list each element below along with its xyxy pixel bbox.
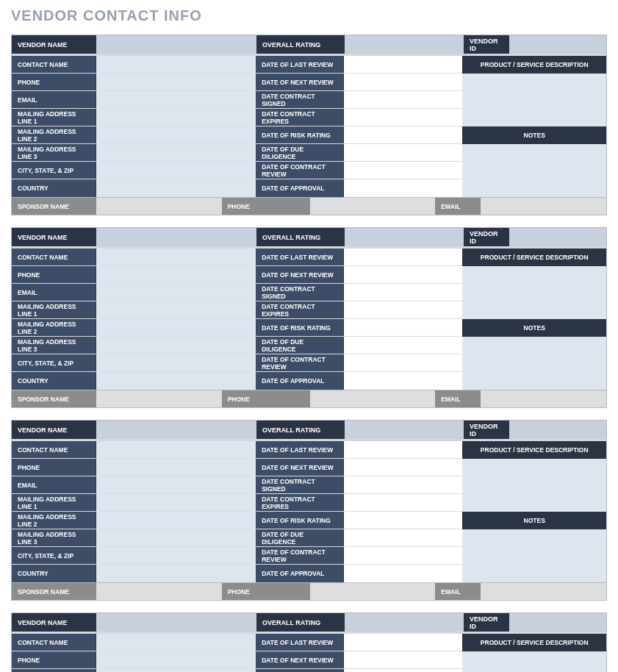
date-next-review-value[interactable] xyxy=(344,266,462,283)
notes-value[interactable] xyxy=(462,144,606,197)
sponsor-email-value[interactable] xyxy=(481,390,606,407)
date-last-review-value[interactable] xyxy=(344,634,462,651)
sponsor-name-value[interactable] xyxy=(96,390,222,407)
addr2-value[interactable] xyxy=(96,126,256,143)
date-approval-value[interactable] xyxy=(344,179,462,197)
left-column: CONTACT NAME PHONE EMAIL MAILING ADDRESS… xyxy=(12,249,256,390)
date-contract-review-value[interactable] xyxy=(344,162,462,179)
sponsor-phone-value[interactable] xyxy=(310,583,436,600)
vendor-name-label: VENDOR NAME xyxy=(12,35,96,54)
date-contract-signed-value[interactable] xyxy=(344,669,462,672)
contact-name-value[interactable] xyxy=(96,249,256,265)
date-last-review-value[interactable] xyxy=(344,441,462,458)
phone-label: PHONE xyxy=(12,459,96,476)
phone-value[interactable] xyxy=(96,651,256,668)
date-risk-rating-value[interactable] xyxy=(344,512,462,529)
date-contract-review-value[interactable] xyxy=(344,547,462,564)
right-column: PRODUCT / SERVICE DESCRIPTION NOTES xyxy=(462,441,606,582)
date-next-review-value[interactable] xyxy=(344,651,462,668)
right-column: PRODUCT / SERVICE DESCRIPTION NOTES xyxy=(462,56,606,197)
sponsor-name-label: SPONSOR NAME xyxy=(12,198,96,215)
email-value[interactable] xyxy=(96,669,256,672)
date-contract-signed-value[interactable] xyxy=(344,476,462,493)
date-approval-value[interactable] xyxy=(344,565,462,582)
date-next-review-value[interactable] xyxy=(344,74,462,90)
csz-value[interactable] xyxy=(96,547,256,564)
addr1-value[interactable] xyxy=(96,109,256,126)
vendor-id-value[interactable] xyxy=(509,228,606,246)
phone-value[interactable] xyxy=(96,74,256,90)
phone-value[interactable] xyxy=(96,459,256,476)
phone-label: PHONE xyxy=(12,74,96,90)
date-last-review-value[interactable] xyxy=(344,56,462,73)
csz-value[interactable] xyxy=(96,162,256,179)
date-next-review-label: DATE OF NEXT REVIEW xyxy=(256,651,344,668)
prod-desc-value[interactable] xyxy=(462,266,606,319)
addr3-value[interactable] xyxy=(96,144,256,161)
vendor-id-value[interactable] xyxy=(509,35,606,54)
date-contract-expires-value[interactable] xyxy=(344,109,462,126)
country-value[interactable] xyxy=(96,565,256,582)
vendor-id-value[interactable] xyxy=(509,613,606,632)
phone-value[interactable] xyxy=(96,266,256,283)
email-value[interactable] xyxy=(96,476,256,493)
date-contract-signed-value[interactable] xyxy=(344,284,462,301)
contact-name-value[interactable] xyxy=(96,56,256,73)
addr3-value[interactable] xyxy=(96,529,256,546)
left-column: CONTACT NAME PHONE EMAIL MAILING ADDRESS… xyxy=(12,634,256,672)
contact-name-value[interactable] xyxy=(96,441,256,458)
overall-rating-value[interactable] xyxy=(345,35,464,54)
email-value[interactable] xyxy=(96,284,256,301)
date-contract-expires-value[interactable] xyxy=(344,301,462,318)
date-risk-rating-value[interactable] xyxy=(344,126,462,143)
sponsor-phone-value[interactable] xyxy=(310,198,436,215)
sponsor-phone-value[interactable] xyxy=(310,390,436,407)
email-value[interactable] xyxy=(96,91,256,108)
vendor-name-value[interactable] xyxy=(96,35,256,54)
date-due-diligence-value[interactable] xyxy=(344,144,462,161)
sponsor-email-value[interactable] xyxy=(481,198,606,215)
date-contract-expires-value[interactable] xyxy=(344,494,462,511)
date-due-diligence-value[interactable] xyxy=(344,337,462,354)
prod-desc-value[interactable] xyxy=(462,459,606,512)
notes-value[interactable] xyxy=(462,529,606,582)
addr3-value[interactable] xyxy=(96,337,256,354)
vendor-name-value[interactable] xyxy=(96,228,256,246)
addr2-label: MAILING ADDRESS LINE 2 xyxy=(12,319,96,336)
date-due-diligence-label: DATE OF DUE DILIGENCE xyxy=(256,337,344,354)
date-contract-review-value[interactable] xyxy=(344,354,462,371)
sponsor-name-value[interactable] xyxy=(96,583,222,600)
overall-rating-value[interactable] xyxy=(345,421,464,439)
csz-value[interactable] xyxy=(96,354,256,371)
date-contract-review-label: DATE OF CONTRACT REVIEW xyxy=(256,547,344,564)
vendor-id-value[interactable] xyxy=(509,421,606,439)
prod-desc-value[interactable] xyxy=(462,74,606,126)
addr2-value[interactable] xyxy=(96,319,256,336)
date-contract-signed-value[interactable] xyxy=(344,91,462,108)
country-value[interactable] xyxy=(96,179,256,197)
overall-rating-value[interactable] xyxy=(345,228,464,246)
sponsor-name-value[interactable] xyxy=(96,198,222,215)
overall-rating-value[interactable] xyxy=(345,613,464,632)
prod-desc-value[interactable] xyxy=(462,651,606,672)
date-risk-rating-value[interactable] xyxy=(344,319,462,336)
prod-desc-label: PRODUCT / SERVICE DESCRIPTION xyxy=(462,249,606,266)
addr2-value[interactable] xyxy=(96,512,256,529)
vendor-name-value[interactable] xyxy=(96,613,256,632)
sponsor-email-value[interactable] xyxy=(481,583,606,600)
date-approval-value[interactable] xyxy=(344,372,462,390)
date-last-review-label: DATE OF LAST REVIEW xyxy=(256,56,344,73)
vendor-card: VENDOR NAME OVERALL RATING VENDOR ID CON… xyxy=(11,420,607,601)
addr1-value[interactable] xyxy=(96,301,256,318)
contact-name-value[interactable] xyxy=(96,634,256,651)
date-last-review-value[interactable] xyxy=(344,249,462,265)
prod-desc-label: PRODUCT / SERVICE DESCRIPTION xyxy=(462,441,606,459)
vendor-name-value[interactable] xyxy=(96,421,256,439)
date-next-review-label: DATE OF NEXT REVIEW xyxy=(256,266,344,283)
notes-value[interactable] xyxy=(462,337,606,390)
date-due-diligence-value[interactable] xyxy=(344,529,462,546)
date-next-review-value[interactable] xyxy=(344,459,462,476)
left-column: CONTACT NAME PHONE EMAIL MAILING ADDRESS… xyxy=(12,441,256,582)
country-value[interactable] xyxy=(96,372,256,390)
addr1-value[interactable] xyxy=(96,494,256,511)
